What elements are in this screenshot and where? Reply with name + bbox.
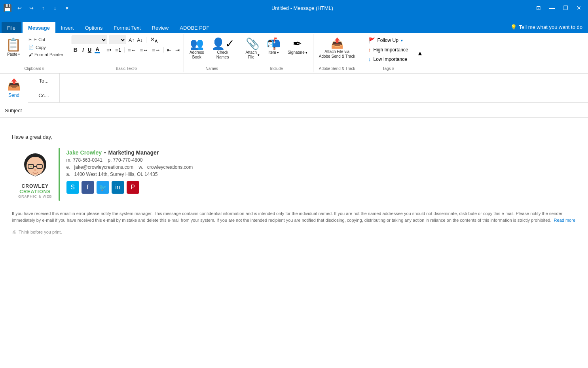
names-content: 👥 AddressBook 👤✓ CheckNames (186, 36, 237, 66)
font-size-select[interactable] (109, 36, 126, 44)
tab-insert[interactable]: Insert (55, 22, 80, 33)
check-names-label: CheckNames (216, 50, 229, 60)
font-color-button[interactable]: A (93, 45, 101, 54)
clipboard-expand-icon[interactable]: ⧉ (42, 67, 44, 71)
increase-font-btn[interactable]: A↑ (128, 37, 135, 43)
include-content: 📎 AttachFile ▾ 📬 Item ▾ ✒ Signature ▾ (243, 36, 311, 66)
facebook-button[interactable]: f (82, 181, 94, 194)
include-label: Include (243, 66, 311, 72)
ribbon: 📋 Paste ▾ ✂ ✂ Cut 📄 Copy 🖌 Format (0, 33, 588, 74)
high-importance-icon: ↑ (368, 47, 371, 53)
bullets-button[interactable]: ≡• (105, 46, 113, 54)
align-left-button[interactable]: ≡← (126, 46, 138, 54)
restore-btn[interactable]: ❐ (560, 2, 571, 14)
signature-card: + CROWLEY CREATIONS GRAPHIC & WEB (12, 146, 576, 202)
minimize-btn[interactable]: — (546, 2, 558, 14)
decrease-indent-button[interactable]: ⇤ (165, 46, 173, 54)
collapse-ribbon-icon: ▲ (417, 50, 423, 57)
cc-input[interactable] (60, 88, 588, 102)
read-more-link[interactable]: Read more (554, 218, 575, 223)
close-btn[interactable]: ✕ (573, 2, 585, 14)
increase-indent-button[interactable]: ⇥ (174, 46, 181, 54)
send-icon: 📤 (7, 78, 21, 91)
cc-button[interactable]: Cc... (28, 88, 60, 102)
email-header: 📤 Send To... Cc... Subject (0, 74, 588, 118)
tab-options[interactable]: Options (79, 22, 108, 33)
undo-btn[interactable]: ↩ (14, 3, 25, 13)
paste-dropdown-arrow[interactable]: ▾ (18, 53, 20, 56)
clipboard-group: 📋 Paste ▾ ✂ ✂ Cut 📄 Copy 🖌 Format (0, 34, 69, 72)
high-importance-button[interactable]: ↑ High Importance (367, 46, 410, 54)
up-btn[interactable]: ↑ (38, 3, 48, 13)
cut-button[interactable]: ✂ ✂ Cut (26, 36, 66, 43)
down-btn[interactable]: ↓ (50, 3, 60, 13)
underline-button[interactable]: U (87, 46, 93, 54)
names-label: Names (186, 66, 237, 72)
separator3 (124, 47, 125, 53)
adobe-attach-button[interactable]: 📤 Attach File viaAdobe Send & Track (316, 36, 358, 60)
tab-file[interactable]: File (2, 22, 21, 33)
address-book-button[interactable]: 👥 AddressBook (186, 36, 207, 61)
to-input[interactable] (60, 74, 588, 88)
align-right-button[interactable]: ≡→ (150, 46, 162, 54)
subject-input[interactable] (32, 103, 588, 117)
attach-file-button[interactable]: 📎 AttachFile ▾ (243, 36, 263, 61)
lightbulb-icon: 💡 (510, 24, 517, 30)
sig-phone-row: m. 778-563-0041 p. 770-770-4800 (66, 157, 193, 163)
attach-file-icon: 📎 (246, 37, 260, 50)
format-painter-button[interactable]: 🖌 Format Painter (26, 51, 66, 58)
check-names-button[interactable]: 👤✓ CheckNames (208, 36, 237, 61)
font-family-select[interactable] (72, 36, 107, 44)
paste-label: Paste (7, 52, 17, 57)
sig-job-title: Marketing Manager (108, 149, 159, 156)
send-button[interactable]: 📤 Send (0, 74, 28, 102)
follow-up-dropdown-arrow[interactable]: ▾ (401, 38, 403, 43)
attach-item-button[interactable]: 📬 Item ▾ (264, 36, 284, 57)
quick-access-toolbar: ↩ ↪ ↑ ↓ ▾ (14, 3, 72, 13)
basic-text-expand-icon[interactable]: ⧉ (135, 67, 137, 71)
paste-button[interactable]: 📋 Paste ▾ (2, 36, 25, 58)
pinterest-button[interactable]: P (127, 181, 139, 194)
align-center-button[interactable]: ≡↔ (138, 46, 150, 54)
attach-file-dropdown-arrow[interactable]: ▾ (258, 53, 260, 57)
skype-button[interactable]: S (66, 181, 79, 194)
tags-expand-icon[interactable]: ⧉ (392, 67, 394, 71)
attach-item-dropdown-arrow[interactable]: ▾ (277, 51, 279, 55)
greeting-text: Have a great day, (12, 134, 576, 140)
low-importance-button[interactable]: ↓ Low Importance (367, 55, 410, 63)
signature-dropdown-arrow[interactable]: ▾ (305, 51, 307, 55)
email-body[interactable]: Have a great day, (0, 118, 588, 242)
copy-button[interactable]: 📄 Copy (26, 44, 66, 51)
bold-button[interactable]: B (72, 46, 80, 54)
follow-up-button[interactable]: 🚩 Follow Up ▾ (367, 36, 410, 44)
italic-button[interactable]: I (80, 46, 86, 54)
more-quick-access-btn[interactable]: ▾ (62, 3, 72, 13)
tab-review[interactable]: Review (146, 22, 175, 33)
copy-icon: 📄 (28, 45, 34, 50)
redo-btn[interactable]: ↪ (26, 3, 36, 13)
to-button[interactable]: To... (28, 74, 60, 88)
clipboard-content: 📋 Paste ▾ ✂ ✂ Cut 📄 Copy 🖌 Format (2, 36, 66, 66)
clear-format-btn[interactable]: ✕A (149, 36, 159, 44)
decrease-font-btn[interactable]: A↓ (136, 37, 144, 43)
company-logo-svg: + (19, 150, 51, 182)
clipboard-label: Clipboard ⧉ (2, 66, 66, 72)
svg-point-6 (34, 169, 36, 171)
numbered-list-button[interactable]: ≡1 (114, 46, 123, 54)
tell-me-bar[interactable]: 💡 Tell me what you want to do (506, 23, 586, 32)
tab-format-text[interactable]: Format Text (108, 22, 146, 33)
tags-group: 🚩 Follow Up ▾ ↑ High Importance ↓ Low Im… (361, 34, 415, 72)
linkedin-button[interactable]: in (112, 181, 124, 194)
ribbon-collapse-button[interactable]: ▲ (415, 34, 425, 72)
printer-icon: 🖨 (12, 230, 16, 234)
tab-adobe-pdf[interactable]: ADOBE PDF (174, 22, 215, 33)
maximize-restore-btn[interactable]: ⊡ (533, 2, 544, 14)
tab-message[interactable]: Message (23, 22, 55, 33)
signature-button[interactable]: ✒ Signature ▾ (285, 36, 311, 57)
font-selector-row: A↑ A↓ ✕A (72, 36, 159, 44)
sig-address-row: a. 1400 West 14th, Surrey Hills, OL 1443… (66, 172, 193, 177)
format-painter-icon: 🖌 (28, 52, 33, 57)
separator4 (163, 47, 164, 53)
cc-row: Cc... (28, 88, 588, 103)
twitter-button[interactable]: 🐦 (97, 181, 109, 194)
